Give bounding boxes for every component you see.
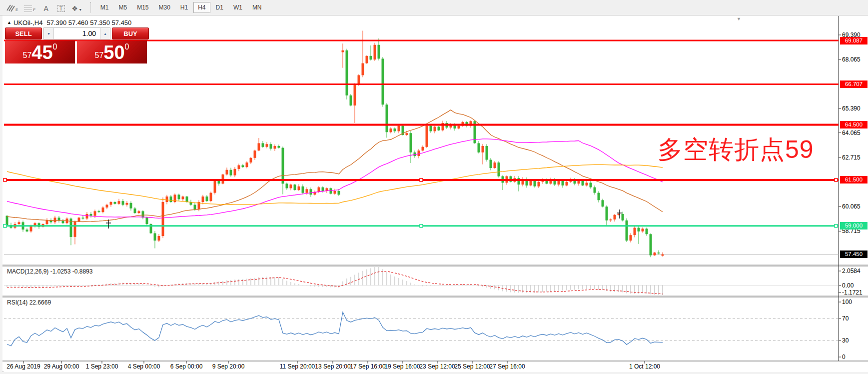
label-tool-icon[interactable]: T: [54, 2, 67, 14]
toolbar: EFAT❖▾ M1M5M15M30H1H4D1W1MN: [0, 0, 868, 16]
crayon-tool-icon[interactable]: E: [4, 2, 20, 14]
timeframe-h1[interactable]: H1: [176, 2, 192, 13]
hline-handle[interactable]: [835, 224, 838, 228]
hline-handle[interactable]: [835, 178, 838, 182]
timeframe-buttons: M1M5M15M30H1H4D1W1MN: [95, 2, 267, 13]
sell-button[interactable]: SELL: [5, 28, 42, 40]
volume-up-icon[interactable]: ▴: [100, 28, 110, 39]
timeframe-mn[interactable]: MN: [248, 2, 266, 13]
chart-bg: [2, 16, 868, 372]
sell-price-big: 45: [31, 42, 52, 63]
timeframe-h4[interactable]: H4: [193, 2, 210, 13]
ohlc-values: 57.390 57.460 57.350 57.450: [46, 19, 131, 26]
timeframe-m1[interactable]: M1: [96, 2, 113, 13]
buy-price-small: 57: [95, 48, 104, 63]
symbol-title: ▲UKOil-,H457.390 57.460 57.350 57.450: [7, 19, 131, 26]
drawing-tools: EFAT❖▾: [0, 2, 84, 14]
chart-shift-marker: ▼: [737, 16, 741, 22]
buy-price-big: 50: [103, 42, 124, 63]
grid-tool-icon[interactable]: F: [22, 2, 37, 14]
arrange-tool-icon[interactable]: ❖▾: [69, 2, 83, 14]
hline-handle[interactable]: [3, 224, 6, 228]
sell-price-sup: 0: [53, 43, 57, 51]
one-click-trade-panel: SELL ▾ 1.00 ▴ BUY 57450 57500: [5, 28, 149, 64]
timeframe-m15[interactable]: M15: [132, 2, 153, 13]
timeframe-m30[interactable]: M30: [154, 2, 175, 13]
hline-handle[interactable]: [420, 224, 423, 228]
volume-stepper: ▾ 1.00 ▴: [43, 28, 110, 40]
chart-annotation: 多空转折点59: [658, 133, 814, 166]
hline-handle[interactable]: [420, 178, 423, 182]
hline-handle[interactable]: [3, 178, 6, 182]
buy-price-sup: 0: [125, 43, 129, 51]
symbol-name: UKOil-,H4: [13, 19, 43, 26]
timeframe-m5[interactable]: M5: [114, 2, 131, 13]
timeframe-w1[interactable]: W1: [229, 2, 247, 13]
buy-button[interactable]: BUY: [112, 28, 149, 40]
sell-price-box[interactable]: 57450: [5, 40, 75, 64]
buy-price-box[interactable]: 57500: [77, 40, 147, 64]
text-tool-icon[interactable]: A: [39, 2, 52, 14]
volume-down-icon[interactable]: ▾: [44, 28, 54, 39]
triangle-icon: ▲: [7, 20, 11, 25]
timeframe-d1[interactable]: D1: [211, 2, 228, 13]
toolbar-separator: [90, 2, 91, 13]
volume-value[interactable]: 1.00: [54, 28, 100, 39]
sell-price-small: 57: [23, 48, 32, 63]
